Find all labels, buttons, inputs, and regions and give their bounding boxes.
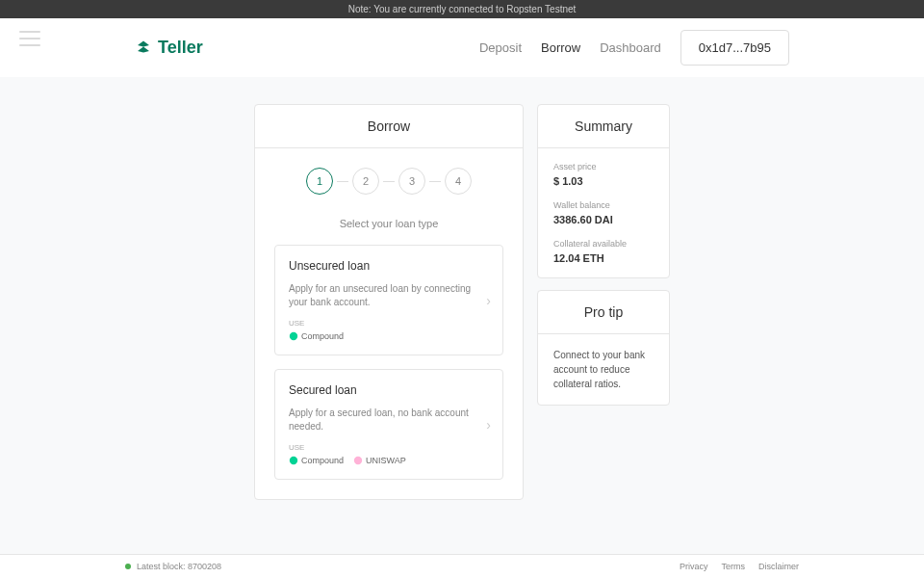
chevron-right-icon: › [486, 417, 491, 433]
terms-link[interactable]: Terms [721, 562, 745, 571]
teller-icon [135, 39, 152, 57]
wallet-button[interactable]: 0x1d7...7b95 [680, 30, 789, 66]
svg-point-1 [290, 457, 297, 464]
latest-block: Latest block: 8700208 [137, 562, 221, 571]
menu-icon[interactable] [19, 31, 40, 46]
borrow-card: Borrow 1 2 3 4 Select your loan type Uns… [254, 104, 524, 500]
step-2[interactable]: 2 [352, 168, 379, 195]
logo-text: Teller [158, 38, 203, 58]
compound-provider-2: Compound [289, 456, 344, 465]
step-4[interactable]: 4 [445, 168, 472, 195]
summary-card: Summary Asset price $ 1.03 Wallet balanc… [537, 104, 670, 278]
header: Teller Deposit Borrow Dashboard 0x1d7...… [0, 18, 924, 77]
status-dot-icon [125, 564, 131, 569]
main-content: Borrow 1 2 3 4 Select your loan type Uns… [0, 77, 924, 519]
svg-point-2 [354, 457, 362, 464]
unsecured-title: Unsecured loan [289, 259, 489, 273]
collateral-value: 12.04 ETH [553, 252, 654, 264]
logo[interactable]: Teller [135, 38, 203, 58]
collateral-label: Collateral available [553, 239, 654, 249]
secured-title: Secured loan [289, 383, 489, 397]
svg-point-0 [290, 332, 297, 340]
unsecured-use-label: USE [289, 319, 489, 328]
step-3[interactable]: 3 [398, 168, 425, 195]
uniswap-provider: UNISWAP [353, 456, 406, 465]
step-indicator: 1 2 3 4 [274, 168, 503, 195]
protip-text: Connect to your bank account to reduce c… [553, 348, 654, 391]
wallet-balance-value: 3386.60 DAI [553, 214, 654, 225]
compound-provider: Compound [289, 331, 344, 341]
chevron-right-icon: › [486, 293, 491, 308]
unsecured-loan-option[interactable]: Unsecured loan Apply for an unsecured lo… [274, 245, 503, 355]
summary-title: Summary [538, 105, 669, 148]
disclaimer-link[interactable]: Disclaimer [758, 562, 799, 571]
uniswap-icon [353, 456, 363, 465]
wallet-balance-label: Wallet balance [553, 200, 654, 210]
step-1[interactable]: 1 [306, 168, 333, 195]
footer: Latest block: 8700208 Privacy Terms Disc… [0, 554, 924, 578]
nav: Deposit Borrow Dashboard 0x1d7...7b95 [479, 30, 789, 66]
nav-borrow[interactable]: Borrow [541, 40, 580, 55]
select-loan-label: Select your loan type [274, 218, 503, 229]
asset-price-value: $ 1.03 [553, 175, 654, 187]
compound-icon [289, 331, 298, 341]
privacy-link[interactable]: Privacy [680, 562, 708, 571]
borrow-title: Borrow [255, 105, 523, 148]
secured-desc: Apply for a secured loan, no bank accoun… [289, 407, 489, 434]
testnet-banner: Note: You are currently connected to Rop… [0, 0, 924, 18]
protip-title: Pro tip [538, 291, 669, 334]
nav-deposit[interactable]: Deposit [479, 40, 522, 55]
unsecured-desc: Apply for an unsecured loan by connectin… [289, 282, 489, 309]
protip-card: Pro tip Connect to your bank account to … [537, 290, 670, 406]
secured-loan-option[interactable]: Secured loan Apply for a secured loan, n… [274, 369, 503, 480]
secured-use-label: USE [289, 443, 489, 452]
compound-icon [289, 456, 298, 465]
asset-price-label: Asset price [553, 162, 654, 171]
nav-dashboard[interactable]: Dashboard [600, 40, 661, 55]
